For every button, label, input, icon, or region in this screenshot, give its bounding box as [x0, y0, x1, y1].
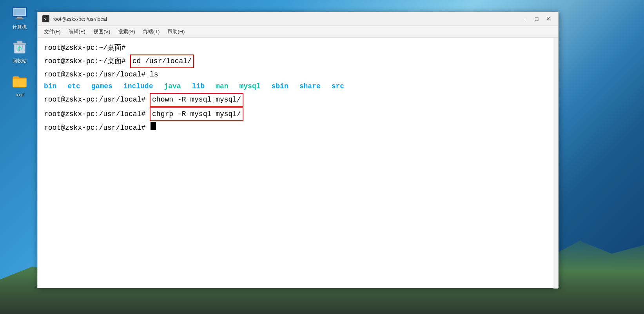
terminal-app-icon: $_ [42, 15, 49, 22]
cmd-ls: ls [150, 69, 158, 80]
terminal-line-1: root@zskx-pc:~/桌面# [44, 42, 552, 54]
menu-terminal[interactable]: 终端(T) [140, 27, 163, 36]
maximize-button[interactable]: □ [532, 14, 542, 24]
terminal-line-6: root@zskx-pc:/usr/local# chgrp -R mysql … [44, 107, 552, 121]
menu-help[interactable]: 帮助(H) [164, 27, 188, 36]
recycle-bin-label: 回收站 [13, 58, 27, 64]
terminal-line-5: root@zskx-pc:/usr/local# chown -R mysql … [44, 93, 552, 107]
ls-games: games [91, 81, 112, 92]
computer-icon[interactable]: 计算机 [6, 4, 33, 30]
svg-rect-2 [17, 17, 22, 18]
ls-java: java [164, 81, 181, 92]
svg-rect-3 [16, 18, 24, 19]
terminal-line-4-ls: bin etc games include java lib man mysql… [44, 81, 552, 92]
menu-file[interactable]: 文件(F) [41, 27, 64, 36]
root-folder-image [10, 72, 29, 91]
watermark: CSDN @qq_37954163 znwx.cn [576, 306, 639, 311]
root-folder-icon[interactable]: root [6, 72, 33, 98]
terminal-line-2: root@zskx-pc:~/桌面# cd /usr/local/ [44, 54, 552, 68]
ls-include: include [123, 81, 153, 92]
computer-label: 计算机 [13, 24, 27, 30]
watermark-text: CSDN @qq_37954163 [576, 306, 620, 311]
minimize-button[interactable]: − [520, 14, 530, 24]
terminal-line-3: root@zskx-pc:/usr/local# ls [44, 69, 552, 80]
ls-bin: bin [44, 81, 56, 92]
ls-man: man [216, 81, 228, 92]
cmd-cd: cd /usr/local/ [130, 54, 194, 68]
terminal-title: root@zskx-pc: /usr/local [53, 16, 517, 22]
scrollbar-track[interactable] [553, 38, 558, 289]
ls-src: src [332, 81, 344, 92]
prompt-7: root@zskx-pc:/usr/local# [44, 122, 150, 134]
prompt-1: root@zskx-pc:~/桌面# [44, 42, 130, 54]
root-folder-label: root [16, 92, 24, 98]
menu-view[interactable]: 视图(V) [90, 27, 113, 36]
terminal-window: $_ root@zskx-pc: /usr/local − □ ✕ 文件(F) … [37, 12, 559, 288]
svg-rect-7 [13, 43, 26, 45]
ls-sbin: sbin [272, 81, 288, 92]
computer-icon-image [10, 4, 29, 23]
terminal-line-7: root@zskx-pc:/usr/local# [44, 122, 552, 134]
prompt-5: root@zskx-pc:/usr/local# [44, 94, 150, 105]
recycle-bin-image [10, 38, 29, 56]
prompt-6: root@zskx-pc:/usr/local# [44, 109, 150, 120]
ls-etc: etc [67, 81, 80, 92]
cmd-chgrp: chgrp -R mysql mysql/ [150, 107, 243, 121]
svg-rect-8 [17, 41, 22, 43]
prompt-2: root@zskx-pc:~/桌面# [44, 56, 130, 67]
desktop: 计算机 回收站 [0, 0, 644, 314]
menu-search[interactable]: 搜索(S) [115, 27, 138, 36]
watermark-site: znwx.cn [624, 306, 639, 311]
menu-edit[interactable]: 编辑(E) [65, 27, 89, 36]
title-bar-controls: − □ ✕ [520, 14, 553, 24]
close-button[interactable]: ✕ [543, 14, 553, 24]
menu-bar: 文件(F) 编辑(E) 视图(V) 搜索(S) 终端(T) 帮助(H) [38, 26, 558, 38]
terminal-icon-svg: $_ [43, 16, 49, 22]
recycle-svg [11, 39, 28, 55]
desktop-icons: 计算机 回收站 [6, 4, 33, 98]
terminal-cursor [151, 122, 156, 130]
ls-mysql: mysql [239, 81, 260, 92]
folder-svg [11, 73, 28, 89]
title-bar: $_ root@zskx-pc: /usr/local − □ ✕ [38, 12, 558, 26]
svg-rect-5 [14, 9, 25, 16]
svg-text:$_: $_ [44, 17, 48, 21]
ls-share: share [299, 81, 321, 92]
computer-svg [11, 5, 28, 22]
recycle-bin-icon[interactable]: 回收站 [6, 38, 33, 64]
cmd-chown: chown -R mysql mysql/ [150, 93, 243, 107]
terminal-content[interactable]: root@zskx-pc:~/桌面# root@zskx-pc:~/桌面# cd… [38, 38, 558, 288]
ls-lib: lib [192, 81, 205, 92]
prompt-3: root@zskx-pc:/usr/local# [44, 69, 150, 80]
